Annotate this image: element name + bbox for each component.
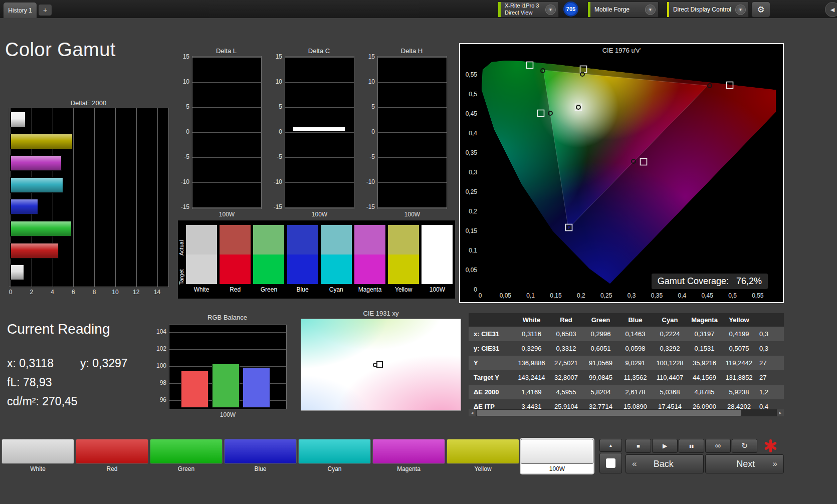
swatch-white [186, 225, 217, 284]
collapse-controls-button[interactable]: ▲ [599, 439, 622, 452]
display-control-dropdown[interactable]: Direct Display Control ▼ [667, 2, 749, 18]
delta-x-label: 100W [192, 211, 261, 218]
patch-yellow[interactable]: Yellow [447, 439, 519, 473]
patch-red[interactable]: Red [76, 439, 148, 473]
rgb-gridline [169, 349, 286, 350]
table-cell: 35,9216 [687, 356, 722, 370]
table-row-header: x: CIE31 [469, 327, 514, 341]
swatch-actual [354, 225, 385, 255]
swatch-label: White [186, 286, 217, 293]
deltae-bar-100w [11, 265, 24, 280]
patch-green[interactable]: Green [150, 439, 223, 473]
cie-x-tick: 0,3 [621, 292, 642, 300]
refresh-button[interactable]: ↻ [732, 439, 757, 453]
table-cell: 0,6051 [583, 341, 618, 356]
actual-row-label: Actual [178, 227, 184, 256]
collapse-panel-button[interactable]: ◀ [825, 2, 837, 17]
table-cell: 27 [756, 370, 784, 385]
cie-y-tick: 0,45 [462, 110, 477, 118]
rgb-y-tick: 98 [151, 379, 166, 387]
back-button[interactable]: « Back [625, 454, 704, 473]
rgb-y-tick: 96 [151, 396, 166, 404]
cie-y-tick: 0,35 [462, 149, 477, 157]
table-cell: 4,5955 [549, 385, 583, 399]
table-cell: 0,6503 [549, 327, 583, 341]
chevrons-left-icon: « [632, 459, 637, 469]
patch-color [521, 439, 593, 464]
table-cell: 26,0900 [687, 399, 722, 409]
patch-magenta[interactable]: Magenta [372, 439, 445, 473]
swatch-label: Green [253, 286, 284, 293]
scroll-left-button[interactable]: ◄ [469, 409, 476, 416]
table-scrollbar[interactable]: ◄ ► [469, 409, 784, 416]
abort-button[interactable] [764, 439, 777, 452]
swatch-100w [422, 225, 453, 284]
table-cell: 0,3116 [514, 327, 549, 341]
scroll-right-icon: ► [778, 411, 782, 415]
results-table: WhiteRedGreenBlueCyanMagentaYellowx: CIE… [469, 313, 784, 409]
patch-label: Red [76, 464, 148, 473]
rgb-bar-red [181, 371, 208, 408]
delta-gridline [378, 107, 447, 108]
table-cell: 0,3312 [549, 341, 583, 356]
table-cell: 143,2414 [514, 370, 549, 385]
pause-button[interactable]: ▮▮ [679, 439, 704, 453]
cie-y-tick: 0,15 [462, 227, 477, 235]
scrollbar-thumb[interactable] [477, 410, 741, 416]
chevron-down-icon[interactable]: ▼ [735, 5, 746, 15]
rgb-y-tick: 100 [151, 362, 166, 370]
table-cell: 1,4169 [514, 385, 549, 399]
delta-y-tick: 5 [269, 103, 282, 111]
delta-c-title: Delta C [285, 47, 353, 55]
cie-x-tick: 0,15 [546, 292, 566, 300]
deltae-plot: 02468101214 [9, 108, 169, 287]
delta-c-plot: 151050-5-10-15100W [285, 56, 354, 209]
settings-button[interactable]: ⚙ [751, 2, 770, 18]
scroll-right-button[interactable]: ► [777, 409, 784, 416]
table-header-cell [469, 313, 514, 327]
patch-100w[interactable]: 100W [521, 439, 593, 473]
table-cell: 110,4407 [653, 370, 687, 385]
meter-status-badge[interactable]: 705 [563, 2, 578, 17]
stop-button[interactable]: ■ [625, 439, 651, 453]
source-dropdown[interactable]: Mobile Forge ▼ [587, 2, 659, 18]
deltae-x-tick: 10 [109, 289, 121, 296]
patch-cyan[interactable]: Cyan [298, 439, 371, 473]
next-label: Next [736, 459, 755, 469]
delta-gridline [378, 82, 447, 83]
tab-history-1[interactable]: History 1 [4, 3, 37, 18]
swatch-yellow [388, 225, 419, 284]
pattern-window-button[interactable] [599, 453, 622, 473]
play-button[interactable]: ▶ [652, 439, 678, 453]
cie-y-tick: 0,2 [462, 208, 477, 215]
patch-blue[interactable]: Blue [224, 439, 297, 473]
delta-gridline [192, 82, 261, 83]
delta-gridline [378, 57, 447, 58]
rgb-gridline [169, 332, 286, 333]
gamut-coverage-label: Gamut Coverage: [658, 276, 729, 286]
cie-x-tick: 0,55 [748, 292, 768, 300]
chevron-down-icon[interactable]: ▼ [545, 5, 556, 15]
continuous-read-button[interactable]: ∞ [705, 439, 731, 453]
swatch-target [253, 255, 284, 284]
delta-y-tick: -10 [176, 178, 189, 186]
table-row-header: ΔE ITP [469, 399, 514, 409]
patch-white[interactable]: White [2, 439, 74, 473]
target-row-label: Target [178, 257, 184, 285]
table-header-cell: Cyan [653, 313, 687, 327]
infinity-icon: ∞ [715, 441, 721, 450]
chevron-down-icon[interactable]: ▼ [645, 5, 656, 15]
deltae-gridline [94, 108, 95, 287]
cie1931-measured-dot [373, 363, 377, 367]
deltae-x-tick: 14 [151, 289, 163, 296]
meter-dropdown[interactable]: X-Rite i1Pro 3 Direct View ▼ [498, 2, 559, 18]
next-button[interactable]: Next » [705, 454, 784, 473]
rgb-x-label: 100W [169, 411, 286, 419]
chevrons-right-icon: » [773, 459, 777, 469]
add-tab-button[interactable]: + [39, 5, 52, 16]
swatch-label: 100W [422, 286, 453, 293]
table-header-cell: Magenta [687, 313, 722, 327]
table-cell: 0,1463 [618, 327, 653, 341]
delta-y-tick: 5 [176, 103, 189, 111]
delta-gridline [285, 157, 354, 158]
